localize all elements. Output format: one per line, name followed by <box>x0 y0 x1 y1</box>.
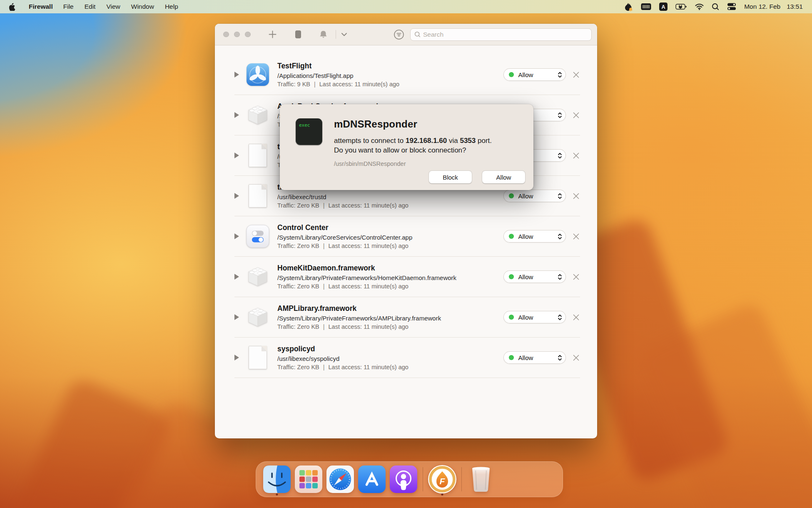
allow-dropdown[interactable]: Allow <box>503 351 566 364</box>
menu-edit[interactable]: Edit <box>79 3 101 10</box>
process-meta: Traffic: Zero KB|Last access: 11 minute(… <box>277 202 503 209</box>
allow-dropdown[interactable]: Allow <box>503 270 566 283</box>
stepper-icon <box>558 193 562 200</box>
finder-icon <box>263 465 291 493</box>
process-meta: Traffic: Zero KB|Last access: 11 minute(… <box>277 323 503 330</box>
process-name: TestFlight <box>277 62 503 70</box>
wifi-icon[interactable] <box>695 3 704 10</box>
process-meta: Traffic: Zero KB|Last access: 11 minute(… <box>277 283 503 290</box>
keyboard-status-icon[interactable] <box>641 3 651 10</box>
process-meta: Traffic: Zero KB|Last access: 11 minute(… <box>277 243 503 249</box>
search-input[interactable]: Search <box>410 28 592 41</box>
disclosure-triangle[interactable] <box>234 153 239 158</box>
dock-safari[interactable] <box>324 461 356 497</box>
dock-app-store[interactable] <box>356 461 388 497</box>
minimize-window-button[interactable] <box>234 32 240 38</box>
control-center-icon[interactable] <box>727 3 736 11</box>
allow-dropdown[interactable]: Allow <box>503 190 566 202</box>
filter-icon[interactable] <box>394 29 404 40</box>
menu-window[interactable]: Window <box>126 3 159 10</box>
zoom-window-button[interactable] <box>245 32 251 38</box>
status-dot <box>509 72 514 77</box>
remove-button[interactable] <box>572 192 580 200</box>
process-path: /System/Library/PrivateFrameworks/HomeKi… <box>277 274 503 281</box>
disclosure-triangle[interactable] <box>234 274 239 280</box>
app-store-icon <box>358 465 386 493</box>
app-menu-firewall[interactable]: Firewall <box>24 3 58 10</box>
disclosure-triangle[interactable] <box>234 314 239 320</box>
allow-dropdown[interactable]: Allow <box>503 311 566 323</box>
dialog-title: mDNSResponder <box>334 118 509 130</box>
remote-ip: 192.168.1.60 <box>406 137 447 145</box>
status-dot <box>509 315 514 320</box>
podcasts-icon <box>390 465 417 493</box>
battery-icon[interactable] <box>675 3 687 10</box>
allow-dropdown[interactable]: Allow <box>503 230 566 243</box>
control-center-app-icon <box>246 225 269 248</box>
remove-button[interactable] <box>572 152 580 160</box>
dock-firewall-app[interactable] <box>426 461 458 497</box>
dock-trash[interactable] <box>465 461 497 497</box>
firewall-window: Search TestFlight /Applications/TestFlig… <box>215 24 597 438</box>
disclosure-triangle[interactable] <box>234 193 239 199</box>
add-rule-button[interactable] <box>268 30 277 39</box>
firewall-app-icon <box>427 464 457 494</box>
menu-view[interactable]: View <box>101 3 125 10</box>
stop-button[interactable] <box>295 30 301 38</box>
stepper-icon <box>558 112 562 119</box>
disclosure-triangle[interactable] <box>234 355 239 360</box>
safari-icon <box>326 465 354 493</box>
process-binary-path: /usr/sbin/mDNSResponder <box>334 160 509 167</box>
close-window-button[interactable] <box>223 32 229 38</box>
row-amplibrary: AMPLibrary.framework /System/Library/Pri… <box>234 297 580 338</box>
process-name: Control Center <box>277 223 503 232</box>
remove-button[interactable] <box>572 233 580 240</box>
stepper-icon <box>558 314 562 321</box>
status-dot <box>509 355 514 360</box>
remove-button[interactable] <box>572 111 580 119</box>
firewall-status-icon[interactable] <box>624 3 633 11</box>
framework-icon <box>246 103 269 127</box>
allow-dropdown[interactable]: Allow <box>503 68 566 81</box>
spotlight-icon[interactable] <box>712 3 719 10</box>
remove-button[interactable] <box>572 313 580 321</box>
disclosure-triangle[interactable] <box>234 72 239 78</box>
connection-alert-dialog: exec mDNSResponder attempts to connect t… <box>280 104 533 190</box>
input-source-icon[interactable]: A <box>659 3 668 11</box>
desktop: Firewall File Edit View Window Help A <box>0 0 812 508</box>
remove-button[interactable] <box>572 273 580 281</box>
chevron-down-icon[interactable] <box>341 33 347 37</box>
menu-clock[interactable]: Mon 12. Feb 13:51 <box>744 3 803 10</box>
stepper-icon <box>558 354 562 361</box>
process-path: /usr/libexec/syspolicyd <box>277 355 503 362</box>
executable-document-icon <box>249 184 267 208</box>
dock-finder[interactable] <box>261 461 293 497</box>
apple-menu-icon[interactable] <box>0 3 24 11</box>
menu-clock-date: Mon 12. Feb <box>744 3 780 10</box>
allow-button[interactable]: Allow <box>482 171 525 183</box>
dock-separator <box>461 467 462 491</box>
remove-button[interactable] <box>572 71 580 79</box>
stepper-icon <box>558 273 562 280</box>
disclosure-triangle[interactable] <box>234 233 239 239</box>
remote-port: 5353 <box>460 137 476 145</box>
dock-podcasts[interactable] <box>388 461 419 497</box>
stepper-icon <box>558 71 562 78</box>
process-path: /System/Library/CoreServices/ControlCent… <box>277 234 503 241</box>
menu-help[interactable]: Help <box>159 3 184 10</box>
process-meta: Traffic: Zero KB|Last access: 11 minute(… <box>277 364 503 370</box>
dialog-message: attempts to connect to 192.168.1.60 via … <box>334 136 509 155</box>
remove-button[interactable] <box>572 354 580 362</box>
stepper-icon <box>558 152 562 159</box>
process-path: /usr/libexec/trustd <box>277 193 503 200</box>
dock-launchpad[interactable] <box>293 461 324 497</box>
testflight-app-icon <box>246 63 269 86</box>
menu-file[interactable]: File <box>58 3 79 10</box>
process-path: /Applications/TestFlight.app <box>277 72 503 79</box>
framework-icon <box>246 265 269 288</box>
notifications-bell-icon[interactable] <box>319 30 328 40</box>
dock-separator <box>423 467 423 491</box>
block-button[interactable]: Block <box>429 171 472 183</box>
disclosure-triangle[interactable] <box>234 112 239 118</box>
process-path: /System/Library/PrivateFrameworks/AMPLib… <box>277 315 503 322</box>
